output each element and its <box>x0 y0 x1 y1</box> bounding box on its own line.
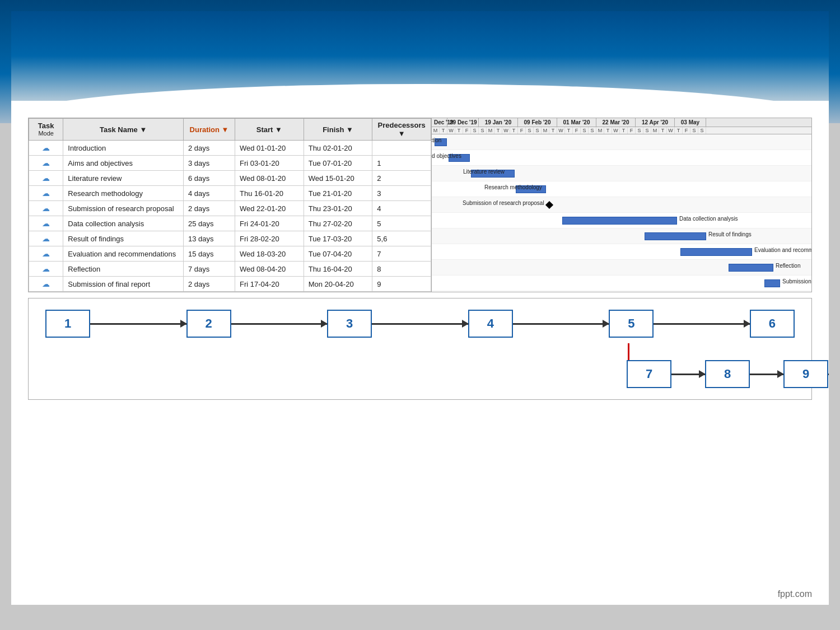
task-pred-cell: 7 <box>372 246 431 262</box>
task-name-cell: Aims and objectives <box>63 156 184 171</box>
gantt-day-cell: T <box>510 127 518 134</box>
table-row: ☁ Aims and objectives 3 days Fri 03-01-2… <box>29 156 431 171</box>
task-pred-cell: 5,6 <box>372 231 431 246</box>
gantt-day-cell: F <box>628 127 636 134</box>
flow-box-3: 3 <box>327 310 372 338</box>
flow-box-2: 2 <box>186 310 231 338</box>
gantt-day-cell: W <box>667 127 675 134</box>
task-finish-cell: Tue 07-01-20 <box>304 156 372 171</box>
gantt-bar-row: Introduction <box>432 134 811 150</box>
flow-l-connector <box>628 343 629 360</box>
flow-box-4: 4 <box>468 310 513 338</box>
task-mode-icon: ☁ <box>42 219 50 228</box>
gantt-date-label: 22 Mar '20 <box>596 118 636 127</box>
gantt-date-label: 03 May <box>675 118 706 127</box>
gantt-day-cell: T <box>675 127 683 134</box>
task-start-cell: Wed 08-04-20 <box>235 262 304 277</box>
gantt-day-cell: T <box>455 127 463 134</box>
task-name-cell: Literature review <box>63 171 184 186</box>
gantt-day-cell: S <box>534 127 542 134</box>
task-mode-icon: ☁ <box>42 174 50 183</box>
flow-arrow <box>90 323 186 325</box>
task-name-cell: Submission of research proposal <box>63 201 184 216</box>
gantt-day-cell: T <box>494 127 502 134</box>
flow-box-8: 8 <box>705 360 750 388</box>
task-mode-icon: ☁ <box>42 249 50 258</box>
gantt-bar-label: Data collection analysis <box>679 216 738 222</box>
gantt-bar <box>645 232 706 240</box>
gantt-date-label: 01 Mar '20 <box>557 118 596 127</box>
task-start-cell: Wed 01-01-20 <box>235 141 304 156</box>
task-name-cell: Research methodology <box>63 186 184 201</box>
flow-box-5: 5 <box>609 310 654 338</box>
gantt-day-cell: F <box>463 127 471 134</box>
task-duration-cell: 25 days <box>184 216 235 231</box>
gantt-day-cell: S <box>690 127 698 134</box>
task-finish-cell: Tue 17-03-20 <box>304 231 372 246</box>
gantt-bar <box>562 217 677 225</box>
gantt-day-cell: S <box>698 127 706 134</box>
task-pred-cell: 5 <box>372 216 431 231</box>
flow-arrow <box>231 323 328 325</box>
task-start-cell: Fri 28-02-20 <box>235 231 304 246</box>
gantt-day-cell: T <box>620 127 628 134</box>
gantt-bar-label: Submission of final report <box>782 278 811 284</box>
table-row: ☁ Evaluation and recommendations 15 days… <box>29 246 431 262</box>
table-row: ☁ Submission of final report 2 days Fri … <box>29 277 431 292</box>
gantt-day-cell: S <box>589 127 596 134</box>
gantt-body: IntroductionAims and objectivesLiteratur… <box>432 134 811 291</box>
task-finish-cell: Thu 23-01-20 <box>304 201 372 216</box>
flow-row-2-wrapper: 78910 <box>45 360 795 388</box>
flow-connector <box>45 343 795 354</box>
flow-row-1: 123456 <box>45 310 795 338</box>
gantt-day-cell: F <box>683 127 690 134</box>
gantt-day-cell: S <box>479 127 487 134</box>
gantt-day-cell: F <box>518 127 526 134</box>
gantt-day-cell: W <box>447 127 455 134</box>
task-start-cell: Thu 16-01-20 <box>235 186 304 201</box>
gantt-day-cell: W <box>612 127 620 134</box>
gantt-bar-row: Aims and objectives <box>432 150 811 166</box>
gantt-day-cell: T <box>659 127 667 134</box>
gantt-dates-row: Dec '1929 Dec '1919 Jan '2009 Feb '2001 … <box>432 118 811 127</box>
flow-arrow <box>513 323 609 325</box>
task-name-cell: Data collection analysis <box>63 216 184 231</box>
task-mode-icon: ☁ <box>42 234 50 243</box>
gantt-bar-label: Reflection <box>776 263 800 269</box>
gantt-bar-label: Aims and objectives <box>432 153 461 159</box>
task-name-cell: Introduction <box>63 141 184 156</box>
col-predecessors: Predecessors ▼ <box>378 121 426 138</box>
task-start-cell: Wed 08-01-20 <box>235 171 304 186</box>
gantt-date-label: 29 Dec '19 <box>447 118 479 127</box>
gantt-day-cell: S <box>526 127 534 134</box>
task-finish-cell: Thu 16-04-20 <box>304 262 372 277</box>
gantt-day-cell: W <box>557 127 565 134</box>
gantt-chart-area: Dec '1929 Dec '1919 Jan '2009 Feb '2001 … <box>432 118 811 292</box>
task-start-cell: Wed 18-03-20 <box>235 246 304 262</box>
gantt-day-cell: S <box>643 127 651 134</box>
watermark: fppt.com <box>778 589 812 599</box>
flow-arrow <box>671 374 705 375</box>
table-row: ☁ Research methodology 4 days Thu 16-01-… <box>29 186 431 201</box>
gantt-section: Task Mode Task Name ▼ Duration ▼ <box>28 118 812 292</box>
task-finish-cell: Wed 15-01-20 <box>304 171 372 186</box>
gantt-day-cell: S <box>581 127 589 134</box>
task-duration-cell: 13 days <box>184 231 235 246</box>
task-mode-icon: ☁ <box>42 264 50 273</box>
task-table: Task Mode Task Name ▼ Duration ▼ <box>29 118 432 292</box>
task-pred-cell: 4 <box>372 201 431 216</box>
task-mode-icon: ☁ <box>42 279 50 288</box>
task-start-cell: Wed 22-01-20 <box>235 201 304 216</box>
gantt-bar-row: Submission of research proposal <box>432 197 811 213</box>
col-start: Start ▼ <box>256 125 282 134</box>
table-row: ☁ Data collection analysis 25 days Fri 2… <box>29 216 431 231</box>
gantt-bar-label: Result of findings <box>708 231 752 237</box>
flow-row-2: 78910 <box>627 360 795 388</box>
gantt-day-cell: S <box>471 127 479 134</box>
gantt-bar-label: Literature review <box>463 169 505 175</box>
gantt-day-cell: T <box>549 127 557 134</box>
task-name-cell: Evaluation and recommendations <box>63 246 184 262</box>
slide: Task Mode Task Name ▼ Duration ▼ <box>11 11 829 605</box>
gantt-bar-row: Result of findings <box>432 228 811 244</box>
task-start-cell: Fri 24-01-20 <box>235 216 304 231</box>
